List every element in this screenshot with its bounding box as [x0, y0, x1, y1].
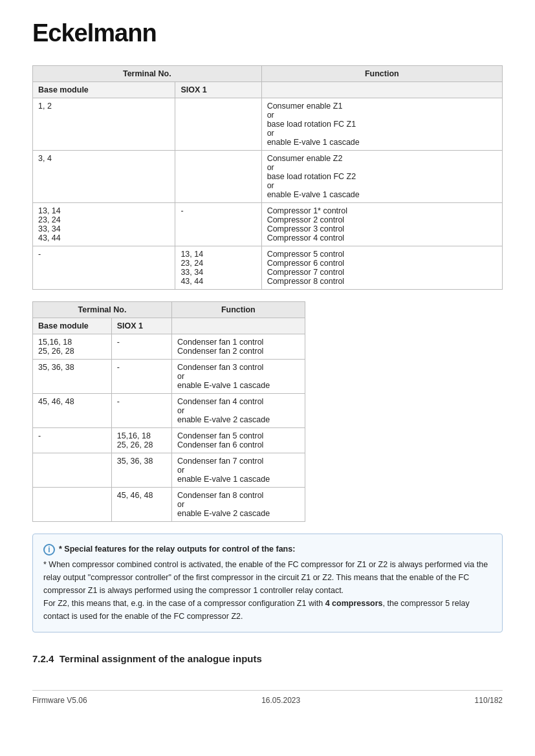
cell-base-module: 45, 46, 48: [33, 394, 112, 428]
table1-header-function: Function: [261, 66, 502, 82]
cell-function: Consumer enable Z1 or base load rotation…: [261, 98, 502, 151]
cell-base-module: 15,16, 18 25, 26, 28: [33, 334, 112, 360]
cell-base-module: [33, 488, 112, 522]
table-row: -13, 14 23, 24 33, 34 43, 44Compressor 5…: [33, 246, 503, 290]
cell-siox: -: [111, 394, 171, 428]
cell-function: Condenser fan 4 control or enable E-valv…: [171, 394, 305, 428]
cell-function: Condenser fan 1 control Condenser fan 2 …: [171, 334, 305, 360]
cell-function: Compressor 5 control Compressor 6 contro…: [261, 246, 502, 290]
table-compressor-terminals: Terminal No. Function Base module SIOX 1…: [32, 65, 503, 290]
table-row: 13, 14 23, 24 33, 34 43, 44-Compressor 1…: [33, 203, 503, 246]
footer-left: Firmware V5.06: [32, 696, 87, 705]
note-title: i* Special features for the relay output…: [43, 543, 492, 556]
note-box: i* Special features for the relay output…: [32, 534, 503, 632]
cell-base-module: 3, 4: [33, 151, 175, 203]
cell-siox: 35, 36, 38: [111, 453, 171, 488]
footer-center: 16.05.2023: [261, 696, 300, 705]
company-logo: Eckelmann: [32, 19, 503, 47]
table2-subheader-base: Base module: [33, 318, 112, 334]
cell-function: Condenser fan 8 control or enable E-valv…: [171, 488, 305, 522]
footer-right: 110/182: [475, 696, 503, 705]
cell-siox: -: [175, 203, 261, 246]
table2-header-function: Function: [171, 302, 305, 318]
cell-function: Compressor 1* control Compressor 2 contr…: [261, 203, 502, 246]
cell-siox: [175, 98, 261, 151]
table2-subheader-siox: SIOX 1: [111, 318, 171, 334]
table-row: 3, 4Consumer enable Z2 or base load rota…: [33, 151, 503, 203]
cell-siox: 45, 46, 48: [111, 488, 171, 522]
cell-siox: 13, 14 23, 24 33, 34 43, 44: [175, 246, 261, 290]
cell-base-module: [33, 453, 112, 488]
page-footer: Firmware V5.06 16.05.2023 110/182: [32, 690, 503, 705]
table2-header-terminal: Terminal No.: [33, 302, 172, 318]
section-heading: 7.2.4 Terminal assignment of the analogu…: [32, 653, 503, 664]
cell-base-module: 1, 2: [33, 98, 175, 151]
cell-function: Condenser fan 5 control Condenser fan 6 …: [171, 428, 305, 453]
table1-subheader-base: Base module: [33, 82, 175, 98]
table-row: 15,16, 18 25, 26, 28-Condenser fan 1 con…: [33, 334, 305, 360]
cell-siox: -: [111, 334, 171, 360]
table-row: 35, 36, 38-Condenser fan 3 control or en…: [33, 360, 305, 394]
table-row: 1, 2Consumer enable Z1 or base load rota…: [33, 98, 503, 151]
info-icon: i: [43, 544, 55, 556]
cell-base-module: 35, 36, 38: [33, 360, 112, 394]
cell-base-module: -: [33, 428, 112, 453]
cell-base-module: 13, 14 23, 24 33, 34 43, 44: [33, 203, 175, 246]
table-row: -15,16, 18 25, 26, 28Condenser fan 5 con…: [33, 428, 305, 453]
cell-siox: -: [111, 360, 171, 394]
table2-subheader-func: [171, 318, 305, 334]
table1-subheader-func: [261, 82, 502, 98]
table-row: 35, 36, 38Condenser fan 7 control or ena…: [33, 453, 305, 488]
cell-function: Consumer enable Z2 or base load rotation…: [261, 151, 502, 203]
table-row: 45, 46, 48-Condenser fan 4 control or en…: [33, 394, 305, 428]
cell-function: Condenser fan 7 control or enable E-valv…: [171, 453, 305, 488]
cell-siox: [175, 151, 261, 203]
cell-base-module: -: [33, 246, 175, 290]
cell-siox: 15,16, 18 25, 26, 28: [111, 428, 171, 453]
cell-function: Condenser fan 3 control or enable E-valv…: [171, 360, 305, 394]
table1-subheader-siox: SIOX 1: [175, 82, 261, 98]
table-row: 45, 46, 48Condenser fan 8 control or ena…: [33, 488, 305, 522]
table-fan-terminals: Terminal No. Function Base module SIOX 1…: [32, 301, 305, 522]
note-body: * When compressor combined control is ac…: [43, 558, 492, 623]
table1-header-terminal: Terminal No.: [33, 66, 262, 82]
